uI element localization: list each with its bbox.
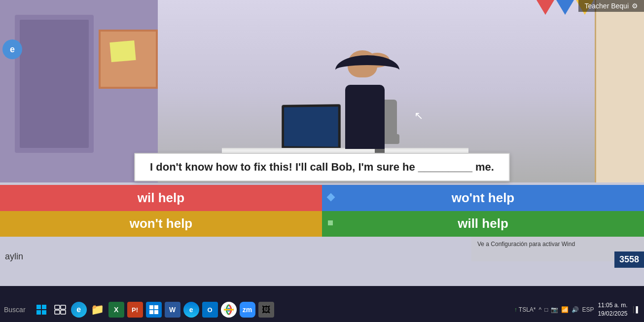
outlook-icon[interactable]: O: [202, 302, 218, 318]
svg-rect-5: [61, 305, 66, 309]
clock: 11:05 a. m. 19/02/2025: [598, 301, 627, 318]
svg-rect-3: [42, 310, 46, 315]
door-inner: [20, 20, 89, 148]
file-explorer-icon[interactable]: 📁: [90, 302, 106, 318]
volume-icon[interactable]: 🔊: [572, 306, 579, 313]
excel-icon[interactable]: X: [108, 302, 124, 318]
stock-ticker: ↑ TSLA*: [514, 306, 536, 313]
answer-b-button[interactable]: wo'nt help: [322, 185, 644, 211]
photos-icon[interactable]: 🖼: [258, 302, 274, 318]
chevron-up-icon[interactable]: ^: [539, 306, 542, 313]
wifi-icon[interactable]: 📶: [561, 306, 569, 313]
sys-tray-area: ↑ TSLA* ^ □ 📷 📶 🔊 ESP: [514, 306, 594, 313]
edge-browser-icon[interactable]: e: [183, 302, 199, 318]
svg-rect-9: [154, 305, 158, 309]
square-shape: [328, 220, 333, 225]
svg-rect-8: [149, 305, 153, 309]
answer-c-label: won't help: [130, 216, 193, 231]
teacher-label: Teacher Bequi ⚙: [578, 0, 644, 12]
svg-rect-1: [42, 305, 46, 309]
svg-rect-4: [55, 305, 60, 309]
desk-scene: [182, 5, 528, 173]
notifications-icon[interactable]: □: [544, 306, 548, 313]
svg-rect-11: [154, 310, 158, 314]
door: [15, 15, 94, 153]
bulletin-board: [99, 30, 158, 89]
word-icon[interactable]: W: [165, 302, 180, 318]
person-body: [345, 85, 385, 149]
answer-c-button[interactable]: won't help: [0, 211, 322, 237]
answer-b-label: wo'nt help: [452, 190, 515, 206]
search-label: Buscar: [4, 306, 26, 314]
task-view-button[interactable]: [52, 302, 68, 318]
settings-icon[interactable]: ⚙: [632, 2, 638, 10]
svg-rect-6: [55, 310, 60, 314]
language-label: ESP: [582, 306, 594, 313]
blue-circle-decoration: e: [2, 39, 22, 59]
answer-a-button[interactable]: wil help: [0, 185, 322, 211]
main-area: e: [0, 0, 644, 286]
taskbar: Buscar e 📁 X P!: [0, 297, 644, 322]
diamond-shape: [327, 193, 335, 202]
svg-rect-2: [36, 310, 41, 315]
laptop: [282, 104, 341, 149]
answer-d-button[interactable]: will help: [322, 211, 644, 237]
activation-text: Ve a Configuración para activar Wind: [477, 241, 575, 248]
question-text: I don't know how to fix this! I'll call …: [150, 161, 494, 173]
edge-icon[interactable]: e: [71, 302, 87, 318]
window-right: [595, 0, 644, 182]
question-box: I don't know how to fix this! I'll call …: [134, 153, 510, 181]
square-indicator: [328, 220, 335, 227]
student-name: aylin: [5, 251, 23, 262]
svg-rect-7: [61, 310, 66, 314]
score-badge: 3558: [614, 251, 644, 268]
answers-area: wil help wo'nt help won't help will help: [0, 185, 644, 237]
chrome-icon[interactable]: [221, 302, 237, 318]
svg-rect-10: [149, 310, 153, 314]
windows-button[interactable]: [34, 302, 49, 318]
msstore-icon[interactable]: [146, 302, 162, 318]
bulletin-note: [109, 40, 136, 62]
laptop-screen: [284, 107, 338, 146]
person-arms: [335, 55, 399, 85]
answer-d-label: will help: [458, 216, 508, 231]
camera-icon: 📷: [551, 306, 558, 313]
teacher-name: Teacher Bequi: [584, 2, 629, 10]
show-desktop-button[interactable]: ▌: [633, 306, 640, 313]
diamond-indicator: [328, 194, 335, 201]
zoom-icon[interactable]: zm: [240, 302, 255, 318]
svg-rect-0: [36, 305, 41, 309]
date-display: 19/02/2025: [598, 310, 627, 318]
time-display: 11:05 a. m.: [598, 301, 627, 310]
powerpoint-icon[interactable]: P!: [127, 302, 143, 318]
person: [335, 50, 404, 149]
answer-a-label: wil help: [138, 190, 184, 206]
banner-blue: [556, 0, 574, 15]
system-tray: ↑ TSLA* ^ □ 📷 📶 🔊 ESP 11:05 a. m. 19/02/…: [514, 301, 640, 318]
banner-red: [537, 0, 554, 15]
